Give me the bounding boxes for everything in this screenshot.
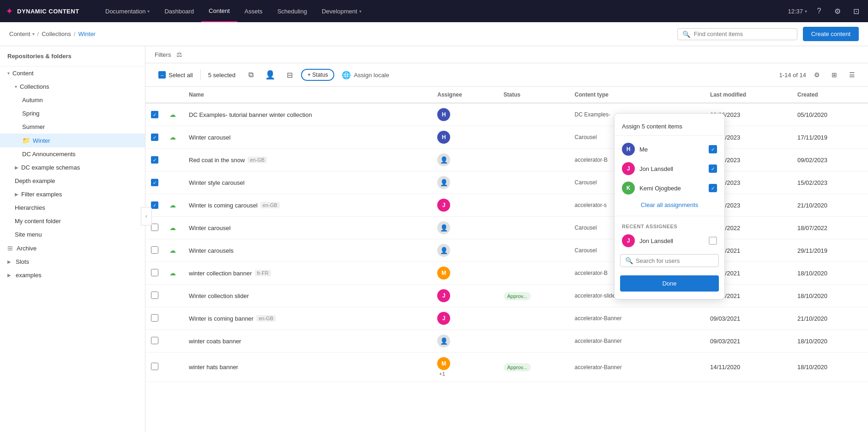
row-checkbox[interactable]: ✓ — [151, 156, 158, 164]
sidebar-item-my-content-folder[interactable]: My content folder — [0, 214, 145, 228]
filter-icon[interactable]: ⚖ — [176, 51, 182, 58]
sidebar-item-slots[interactable]: ▶ Slots — [0, 255, 145, 268]
content-item-name[interactable]: Winter collection slider — [189, 292, 249, 299]
search-users-input[interactable] — [636, 257, 714, 264]
row-checkbox[interactable]: ✓ — [151, 111, 158, 118]
grid-view-icon[interactable]: ⊞ — [827, 68, 841, 82]
sidebar-item-site-menu[interactable]: Site menu — [0, 228, 145, 241]
col-status[interactable]: Status — [498, 87, 569, 103]
filter-settings-icon[interactable]: ⚙ — [810, 68, 824, 82]
content-item-name[interactable]: winter coats banner — [189, 338, 241, 345]
row-checkbox[interactable] — [151, 246, 158, 254]
sidebar-item-examples[interactable]: ▶ examples — [0, 268, 145, 282]
row-checkbox[interactable] — [151, 363, 158, 370]
col-name[interactable]: Name — [183, 87, 432, 103]
sidebar-item-dc-example-schemas[interactable]: ▶ DC example schemas — [0, 161, 145, 174]
row-extra-cell — [677, 353, 705, 382]
select-all-checkbox[interactable]: – — [158, 71, 166, 79]
avatar: J — [437, 289, 450, 302]
select-all-button[interactable]: – Select all — [155, 69, 197, 80]
status-button[interactable]: + Status — [301, 69, 334, 81]
settings-icon[interactable]: ⚙ — [831, 5, 844, 18]
col-created[interactable]: Created — [792, 87, 868, 103]
row-status-cell — [498, 194, 569, 217]
user-jon-checkbox[interactable]: ✓ — [709, 164, 717, 173]
row-checkbox[interactable] — [151, 269, 158, 276]
user-kemi-checkbox[interactable]: ✓ — [709, 184, 717, 192]
dropdown-user-me[interactable]: H Me ✓ — [615, 140, 724, 159]
sidebar-collapse-button[interactable]: ‹ — [141, 207, 152, 225]
user-me-checkbox[interactable]: ✓ — [709, 145, 717, 153]
row-checkbox[interactable]: ✓ — [151, 134, 158, 141]
row-checkbox[interactable] — [151, 314, 158, 322]
breadcrumb-content[interactable]: Content ▾ — [9, 30, 35, 37]
recent-user-jon-checkbox[interactable] — [709, 237, 717, 245]
sidebar-item-archive[interactable]: ⊞ Archive — [0, 241, 145, 255]
sidebar-item-collections[interactable]: ▾ Collections — [0, 80, 145, 93]
content-item-name[interactable]: Winter carousel — [189, 134, 230, 141]
content-item-name[interactable]: Winter is coming banner — [189, 315, 253, 322]
sidebar-item-filter-examples[interactable]: ▶ Filter examples — [0, 188, 145, 201]
sidebar-item-winter[interactable]: 📁 Winter — [0, 134, 145, 147]
sidebar-item-depth-example[interactable]: Depth example — [0, 174, 145, 188]
sidebar-item-autumn[interactable]: Autumn — [0, 93, 145, 107]
col-assignee[interactable]: Assignee — [432, 87, 498, 103]
nav-assets[interactable]: Assets — [237, 0, 270, 22]
content-search-input[interactable] — [694, 30, 792, 37]
nav-scheduling[interactable]: Scheduling — [270, 0, 314, 22]
select-all-label: Select all — [169, 72, 193, 79]
nav-development[interactable]: Development ▾ — [314, 0, 369, 22]
content-type-icon[interactable]: ⊟ — [282, 67, 297, 83]
list-view-icon[interactable]: ☰ — [845, 68, 859, 82]
help-icon[interactable]: ? — [813, 5, 826, 18]
dropdown-recent-jon[interactable]: J Jon Lansdell — [615, 231, 724, 250]
nav-content[interactable]: Content — [201, 0, 237, 22]
content-item-name[interactable]: Red coat in the snow — [189, 157, 245, 164]
content-item-name[interactable]: DC Examples- tutorial banner winter coll… — [189, 111, 312, 118]
assign-user-icon[interactable]: 👤 — [262, 67, 278, 83]
content-item-name[interactable]: Winter style carousel — [189, 179, 245, 186]
create-content-button[interactable]: Create content — [803, 27, 859, 41]
content-item-name[interactable]: Winter carousels — [189, 247, 234, 254]
row-created-cell: 29/11/2019 — [792, 239, 868, 262]
content-item-name[interactable]: winter hats banner — [189, 364, 238, 371]
content-item-name[interactable]: Winter is coming carousel — [189, 202, 258, 209]
content-search-box[interactable]: 🔍 — [677, 28, 797, 40]
window-icon[interactable]: ⊡ — [850, 5, 862, 18]
content-item-name[interactable]: winter collection banner — [189, 270, 252, 277]
row-checkbox[interactable]: ✓ — [151, 179, 158, 186]
done-button[interactable]: Done — [620, 275, 719, 292]
breadcrumb-winter[interactable]: Winter — [78, 30, 96, 37]
clear-assignments-link[interactable]: Clear all assignments — [641, 201, 698, 208]
sidebar-item-content[interactable]: ▾ Content — [0, 67, 145, 80]
breadcrumb-collections[interactable]: Collections — [42, 30, 71, 37]
dropdown-user-jon[interactable]: J Jon Lansdell ✓ — [615, 159, 724, 178]
col-content-type[interactable]: Content type — [569, 87, 677, 103]
assign-locale-button[interactable]: 🌐 Assign locale — [338, 69, 393, 81]
nav-dashboard[interactable]: Dashboard — [157, 0, 201, 22]
row-checkbox[interactable] — [151, 224, 158, 231]
sidebar-item-dc-announcements[interactable]: DC Announcements — [0, 147, 145, 161]
table-header-row: Name Assignee Status Content type Last m… — [145, 87, 868, 103]
sidebar-item-hierarchies[interactable]: Hierarchies — [0, 201, 145, 214]
row-checkbox[interactable] — [151, 292, 158, 299]
avatar: 👤 — [437, 244, 450, 257]
copy-icon[interactable]: ⧉ — [243, 67, 259, 83]
content-item-name[interactable]: Winter carousel — [189, 225, 230, 231]
sidebar-item-summer[interactable]: Summer — [0, 120, 145, 134]
avatar: H — [437, 108, 450, 121]
avatar: 👤 — [437, 221, 450, 234]
search-users-box[interactable]: 🔍 — [620, 254, 719, 267]
row-checkbox-cell: ✓ — [145, 149, 164, 171]
status-badge: Approv... — [504, 292, 531, 300]
col-last-modified[interactable]: Last modified — [705, 87, 792, 103]
dropdown-user-kemi[interactable]: K Kemi Ojogbede ✓ — [615, 178, 724, 198]
nav-documentation[interactable]: Documentation ▾ — [98, 0, 157, 22]
row-checkbox[interactable] — [151, 337, 158, 344]
recent-user-jon: Jon Lansdell — [639, 237, 704, 244]
avatar: J — [622, 162, 635, 175]
row-checkbox-cell — [145, 330, 164, 353]
sidebar-item-spring[interactable]: Spring — [0, 107, 145, 120]
status-badge: Approv... — [504, 363, 531, 371]
row-checkbox[interactable]: ✓ — [151, 201, 158, 209]
